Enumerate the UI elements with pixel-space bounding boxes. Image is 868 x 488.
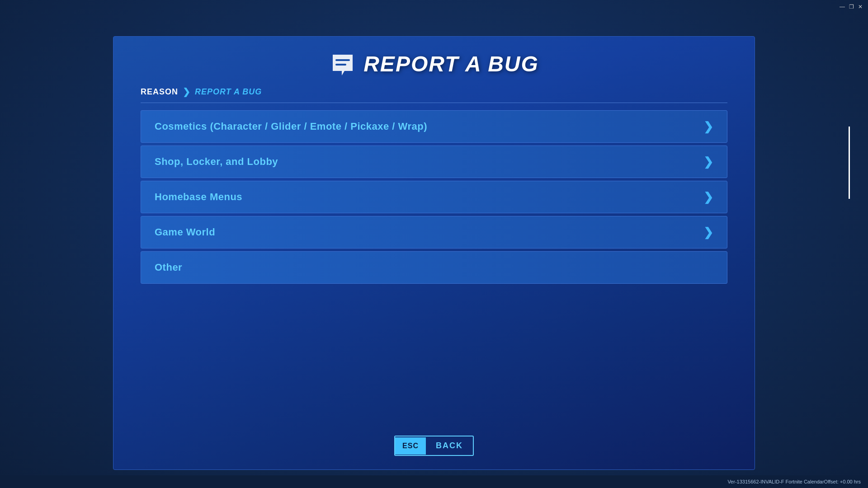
close-button[interactable]: ✕ xyxy=(856,3,864,11)
menu-item-label: Game World xyxy=(155,226,215,238)
breadcrumb: REASON ❯ REPORT A BUG xyxy=(141,86,727,103)
menu-item-shop-locker-lobby[interactable]: Shop, Locker, and Lobby❯ xyxy=(141,145,727,178)
status-bar: Ver-13315662-INVALID-F Fortnite Calendar… xyxy=(0,475,868,488)
menu-item-label: Other xyxy=(155,262,182,273)
dialog-panel: REPORT A BUG REASON ❯ REPORT A BUG Cosme… xyxy=(113,36,755,470)
breadcrumb-reason: REASON xyxy=(141,87,178,97)
esc-label: ESC xyxy=(395,437,426,455)
scroll-track xyxy=(849,127,850,199)
menu-item-label: Shop, Locker, and Lobby xyxy=(155,156,278,168)
restore-button[interactable]: ❐ xyxy=(847,3,855,11)
menu-item-arrow: ❯ xyxy=(703,190,713,204)
breadcrumb-separator: ❯ xyxy=(183,86,190,97)
menu-item-label: Cosmetics (Character / Glider / Emote / … xyxy=(155,121,427,132)
back-button-container: ESC BACK xyxy=(394,436,474,456)
header: REPORT A BUG xyxy=(329,50,539,77)
menu-item-arrow: ❯ xyxy=(703,225,713,239)
menu-item-arrow: ❯ xyxy=(703,120,713,134)
menu-item-homebase-menus[interactable]: Homebase Menus❯ xyxy=(141,181,727,213)
back-button[interactable]: ESC BACK xyxy=(394,436,474,456)
menu-item-label: Homebase Menus xyxy=(155,191,242,203)
minimize-button[interactable]: — xyxy=(838,3,846,11)
title-bar: — ❐ ✕ xyxy=(835,0,868,14)
menu-item-arrow: ❯ xyxy=(703,155,713,169)
version-text: Ver-13315662-INVALID-F Fortnite Calendar… xyxy=(727,479,861,484)
menu-item-game-world[interactable]: Game World❯ xyxy=(141,216,727,249)
scroll-indicator xyxy=(848,127,850,398)
menu-item-cosmetics[interactable]: Cosmetics (Character / Glider / Emote / … xyxy=(141,110,727,143)
page-title: REPORT A BUG xyxy=(363,52,539,76)
menu-list: Cosmetics (Character / Glider / Emote / … xyxy=(141,110,727,427)
back-label: BACK xyxy=(426,436,473,455)
menu-item-other[interactable]: Other xyxy=(141,251,727,284)
background: — ❐ ✕ REPORT A BUG REASON ❯ REPORT A BUG… xyxy=(0,0,868,488)
breadcrumb-current: REPORT A BUG xyxy=(195,87,262,97)
bug-icon xyxy=(329,50,356,77)
